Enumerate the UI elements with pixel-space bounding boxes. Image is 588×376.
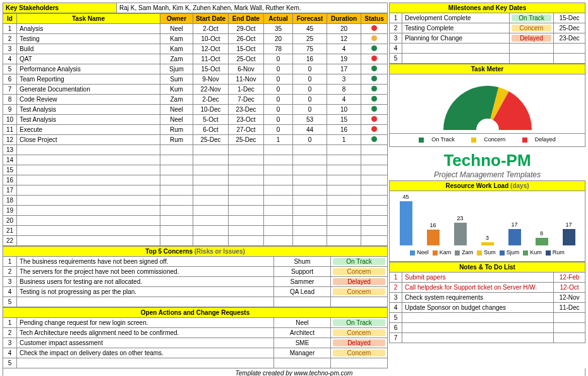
concerns-table: Top 5 Concerns (Risks or Issues) 1The bu… <box>3 246 388 307</box>
gauge-legend: On Track Concern Delayed <box>389 134 585 147</box>
notes-table: Notes & To Do List 1Submit papers12-Feb2… <box>389 262 585 343</box>
table-row[interactable]: 20 <box>3 216 388 226</box>
stakeholders-value: Raj K, Sam Manh, Kim K, Zuhen Kahen, Mar… <box>117 3 388 13</box>
table-row[interactable]: 5 <box>3 297 388 307</box>
notes-header: Notes & To Do List <box>390 262 585 273</box>
stakeholders-label: Key Stakeholders <box>3 3 117 13</box>
logo-sub: Project Management Templates <box>389 170 585 179</box>
table-row[interactable]: 4Update Sponsor on budget changes11-Dec <box>390 303 585 313</box>
table-row[interactable]: 4 <box>390 44 585 54</box>
table-row[interactable]: 2Tech Architecture needs alignment need … <box>3 328 388 338</box>
table-row[interactable]: 5 <box>3 358 388 368</box>
table-row[interactable]: 5 <box>390 313 585 323</box>
table-row[interactable]: 3Business users for testing are not allo… <box>3 277 388 287</box>
table-row[interactable]: 2TestingKam10-Oct26-Oct202512 <box>3 34 388 44</box>
table-row[interactable]: 9Test AnalysisNeel10-Dec23-Dec0010 <box>3 105 388 115</box>
table-row[interactable]: 10Test AnalysisNeel5-Oct23-Oct05315 <box>3 115 388 125</box>
table-row[interactable]: 5Performance AnalysisSjum15-Oct6-Nov0017 <box>3 64 388 74</box>
table-row[interactable]: 22 <box>3 236 388 246</box>
table-row[interactable]: 1Development CompleteOn Track15-Dec <box>390 13 585 23</box>
table-row[interactable]: 3Customer impact assessmentSMEDelayed <box>3 338 388 348</box>
logo-title: Techno-PM <box>389 151 585 170</box>
task-meter-panel: Task Meter <box>389 64 585 74</box>
table-row[interactable]: 1The business requirements have not been… <box>3 257 388 267</box>
table-row[interactable]: 3Check system requirements12-Nov <box>390 293 585 303</box>
milestones-header: Milestones and Key Dates <box>390 3 585 13</box>
table-row[interactable]: 1Submit papers12-Feb <box>390 273 585 283</box>
table-row[interactable]: 7 <box>390 333 585 343</box>
actions-table: Open Actions and Change Requests 1Pendin… <box>3 307 388 368</box>
table-row[interactable]: 8Code ReviewZam2-Dec7-Dec004 <box>3 95 388 105</box>
bar-chart: 451623317817 NeelKamZamSumSjumKumRum <box>389 191 585 262</box>
table-row[interactable]: 2Testing CompleteConcern25-Dec <box>390 23 585 33</box>
resource-panel: Resource Work Load (days) <box>389 180 585 191</box>
tasks-table: IdTask NameOwnerStart DateEnd DateActual… <box>3 13 388 246</box>
table-row[interactable]: 12Close ProjectRum25-Dec25-Dec101 <box>3 135 388 145</box>
task-col-duration: Duration <box>327 14 361 24</box>
meter-header: Task Meter <box>390 64 585 74</box>
table-row[interactable]: 13 <box>3 145 388 155</box>
table-row[interactable]: 4Testing is not progressing as per the p… <box>3 287 388 297</box>
table-row[interactable]: 7Generate DocumentationKum22-Nov1-Dec008 <box>3 85 388 95</box>
table-row[interactable]: 1AnalysisNeel2-Oct29-Oct354520 <box>3 24 388 34</box>
table-row[interactable]: 21 <box>3 226 388 236</box>
table-row[interactable]: 14 <box>3 155 388 165</box>
logo-area: Techno-PM Project Management Templates <box>389 147 585 180</box>
table-row[interactable]: 11ExecuteRum6-Oct27-Oct04416 <box>3 125 388 135</box>
task-col-id: Id <box>3 14 17 24</box>
table-row[interactable]: 18 <box>3 196 388 206</box>
table-row[interactable]: 2Call helpdesk for Support ticket on Ser… <box>390 283 585 293</box>
table-row[interactable]: 1Pending change request for new login sc… <box>3 318 388 328</box>
task-col-start-date: Start Date <box>193 14 229 24</box>
footer: Template created by www.techno-pm.com <box>3 368 585 376</box>
task-col-actual: Actual <box>264 14 293 24</box>
table-row[interactable]: 3Planning for ChangeDelayed23-Dec <box>390 33 585 44</box>
task-col-forecast: Forecast <box>293 14 327 24</box>
table-row[interactable]: 16 <box>3 175 388 185</box>
table-row[interactable]: 3BuildKam12-Oct15-Oct78754 <box>3 44 388 54</box>
table-row[interactable]: 15 <box>3 165 388 175</box>
actions-header: Open Actions and Change Requests <box>3 308 388 318</box>
resource-header: Resource Work Load (days) <box>390 181 585 191</box>
table-row[interactable]: 6Team ReportingSum9-Nov11-Nov003 <box>3 74 388 85</box>
task-col-owner: Owner <box>160 14 193 24</box>
task-col-task-name: Task Name <box>17 14 160 24</box>
table-row[interactable]: 4Check the impact on delivery dates on o… <box>3 348 388 358</box>
table-row[interactable]: 2The servers for the project have not be… <box>3 267 388 277</box>
table-row[interactable]: 17 <box>3 185 388 196</box>
concerns-header: Top 5 Concerns (Risks or Issues) <box>3 247 388 257</box>
table-row[interactable]: 6 <box>390 323 585 333</box>
gauge-chart <box>389 74 585 134</box>
table-row[interactable]: 4QATZam11-Oct25-Oct01619 <box>3 54 388 64</box>
milestones-table: Milestones and Key Dates 1Development Co… <box>389 3 585 64</box>
task-col-status: Status <box>361 14 388 24</box>
task-col-end-date: End Date <box>229 14 264 24</box>
stakeholders-row: Key Stakeholders Raj K, Sam Manh, Kim K,… <box>3 3 388 13</box>
table-row[interactable]: 5 <box>390 54 585 64</box>
table-row[interactable]: 19 <box>3 206 388 216</box>
